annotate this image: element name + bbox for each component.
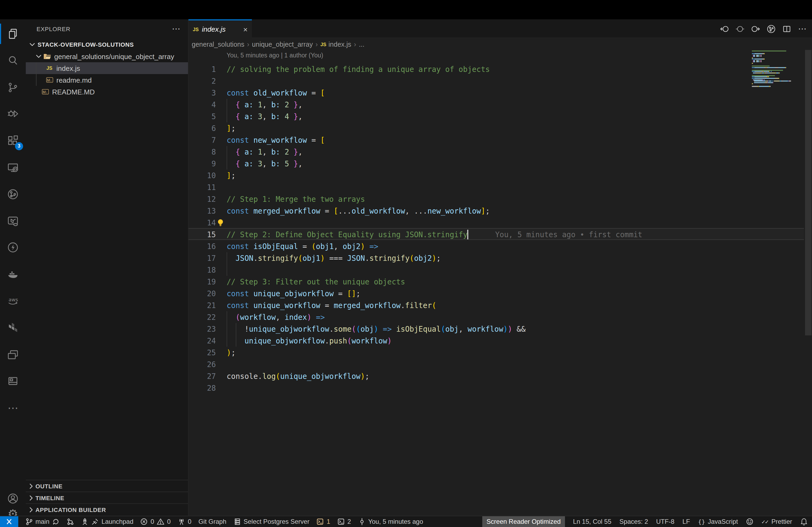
code-line[interactable]: 21const unique_workflow = merged_workflo… — [188, 299, 804, 311]
activity-item-infracost[interactable] — [0, 210, 26, 231]
minimap-line — [755, 78, 764, 79]
postgres-server-button[interactable]: Select Postgres Server — [233, 516, 309, 527]
code-line[interactable]: 15// Step 2: Define Object Equality usin… — [188, 229, 804, 240]
breadcrumb-item[interactable]: ... — [359, 41, 364, 48]
launchpad-button[interactable]: Launchpad — [81, 516, 133, 527]
code-line[interactable]: 4 { a: 1, b: 2 }, — [188, 99, 804, 110]
code-line[interactable]: 23 !unique_objworkflow.some((obj) => isO… — [188, 323, 804, 335]
gitlens-codelens[interactable]: You, 5 minutes ago | 1 author (You) — [227, 52, 323, 59]
section-application-builder[interactable]: APPLICATION BUILDER — [26, 503, 188, 515]
git-graph-button[interactable]: Git Graph — [199, 516, 226, 527]
code-token: = — [320, 207, 334, 215]
code-line[interactable]: 3const old_workflow = [ — [188, 87, 804, 99]
code-line[interactable]: 18 — [188, 264, 804, 276]
code-line[interactable]: 14 — [188, 217, 804, 229]
editor-scrollbar[interactable] — [804, 46, 812, 496]
breadcrumb-item[interactable]: JSindex.js — [320, 41, 351, 48]
breadcrumb-item[interactable]: general_solutions — [192, 41, 244, 48]
terminal-1-button[interactable]: 1 — [316, 516, 330, 527]
activity-item-docker[interactable] — [0, 264, 26, 285]
section-timeline[interactable]: TIMELINE — [26, 492, 188, 503]
eol-indicator[interactable]: LF — [683, 516, 690, 527]
more-actions[interactable]: ⋯ — [798, 25, 807, 33]
code-line[interactable]: 9 { a: 3, b: 5 }, — [188, 158, 804, 169]
code-line[interactable]: 6]; — [188, 122, 804, 134]
activity-item-gitlens[interactable] — [0, 183, 26, 205]
scrollbar-thumb[interactable] — [805, 50, 811, 335]
feedback-smiley[interactable] — [746, 516, 753, 527]
ports-indicator[interactable]: 0 — [178, 516, 191, 527]
activity-item-thunder-client[interactable] — [0, 237, 26, 258]
code-line[interactable]: 20const unique_objworkflow = []; — [188, 288, 804, 299]
code-line[interactable]: 1// solving the problem of finding a uni… — [188, 63, 804, 75]
code-token — [280, 148, 285, 156]
code-line[interactable]: 11 — [188, 181, 804, 193]
language-mode[interactable]: {}JavaScript — [698, 516, 738, 527]
code-line[interactable]: 17 JSON.stringify(obj1) === JSON.stringi… — [188, 252, 804, 264]
activity-item-storage[interactable] — [0, 371, 26, 392]
activity-item-explorer[interactable] — [0, 23, 26, 45]
nav-previous-change[interactable] — [720, 25, 729, 33]
screen-reader-mode[interactable]: Screen Reader Optimized — [482, 516, 565, 527]
activity-item-search[interactable] — [0, 50, 26, 71]
code-line[interactable]: 8 { a: 1, b: 2 }, — [188, 146, 804, 158]
more-actions-icon[interactable]: ⋯ — [172, 24, 180, 34]
tree-item-stack-overflow-solutions[interactable]: STACK-OVERFLOW-SOLUTIONS — [26, 39, 188, 50]
nav-current-change[interactable] — [736, 25, 744, 33]
lightbulb-icon[interactable] — [216, 219, 224, 229]
code-line[interactable]: 26 — [188, 359, 804, 370]
code-token: ... — [338, 207, 351, 215]
indentation[interactable]: Spaces: 2 — [620, 516, 648, 527]
split-editor[interactable] — [782, 25, 791, 33]
git-branch-main[interactable]: main — [25, 516, 60, 527]
activity-item-window-layers[interactable] — [0, 344, 26, 365]
code-line[interactable]: 10]; — [188, 169, 804, 181]
code-token: . — [253, 254, 258, 262]
activity-item-aws-toolkit[interactable]: aws — [0, 290, 26, 312]
tab-indexjs[interactable]: JS index.js × — [188, 19, 252, 38]
source-control-graph-button[interactable] — [67, 516, 74, 527]
problems-indicator[interactable]: 00 — [141, 516, 171, 527]
activity-item-more-views[interactable]: ⋯ — [0, 397, 26, 419]
activity-item-extensions[interactable]: 3 — [0, 130, 26, 151]
code-line[interactable]: 22 (workflow, index) => — [188, 311, 804, 323]
code-text: unique_objworkflow.push(workflow) — [227, 335, 392, 347]
code-token: , — [262, 100, 267, 109]
nav-next-change[interactable] — [751, 25, 760, 33]
section-outline[interactable]: OUTLINE — [26, 480, 188, 492]
activity-item-terraform[interactable] — [0, 317, 26, 338]
notifications-bell[interactable] — [800, 516, 808, 527]
rocket-icon — [81, 518, 89, 525]
gitlens-graph[interactable] — [767, 25, 775, 33]
tree-item-readme-md[interactable]: M↓README.MD — [26, 86, 188, 98]
terminal-2-button[interactable]: 2 — [337, 516, 351, 527]
tree-item-readme-md[interactable]: M↓readme.md — [26, 74, 188, 86]
cursor-position[interactable]: Ln 15, Col 55 — [573, 516, 611, 527]
gitlens-blame-status[interactable]: You, 5 minutes ago — [358, 516, 423, 527]
code-line[interactable]: 19// Step 3: Filter out the unique objec… — [188, 276, 804, 288]
code-line[interactable]: 13const merged_workflow = [...old_workfl… — [188, 205, 804, 217]
minimap[interactable] — [752, 50, 804, 99]
tree-item-general-solutions-unique-object-array[interactable]: general_solutions/unique_object_array — [26, 50, 188, 62]
code-token: , — [262, 160, 267, 168]
activity-item-source-control[interactable] — [0, 76, 26, 98]
remote-indicator[interactable] — [0, 516, 18, 527]
code-line[interactable]: 24 unique_objworkflow.push(workflow) — [188, 335, 804, 347]
encoding[interactable]: UTF-8 — [656, 516, 675, 527]
code-line[interactable]: 5 { a: 3, b: 4 }, — [188, 110, 804, 122]
code-text: console.log(unique_objworkflow); — [227, 370, 369, 382]
prettier-status[interactable]: ✓✓Prettier — [762, 516, 792, 527]
code-line[interactable]: 2 — [188, 75, 804, 87]
code-line[interactable]: 16const isObjEqual = (obj1, obj2) => — [188, 240, 804, 252]
minimap-line — [769, 71, 770, 72]
code-line[interactable]: 25); — [188, 347, 804, 359]
code-line[interactable]: 28 — [188, 382, 804, 394]
close-icon[interactable]: × — [243, 25, 248, 33]
code-line[interactable]: 12// Step 1: Merge the two arrays — [188, 193, 804, 205]
breadcrumb-item[interactable]: unique_object_array — [252, 41, 313, 48]
tree-item-index-js[interactable]: JSindex.js — [26, 62, 188, 74]
code-line[interactable]: 7const new_workflow = [ — [188, 134, 804, 146]
code-line[interactable]: 27console.log(unique_objworkflow); — [188, 370, 804, 382]
activity-item-run-debug[interactable] — [0, 103, 26, 125]
activity-item-remote-explorer[interactable] — [0, 157, 26, 178]
